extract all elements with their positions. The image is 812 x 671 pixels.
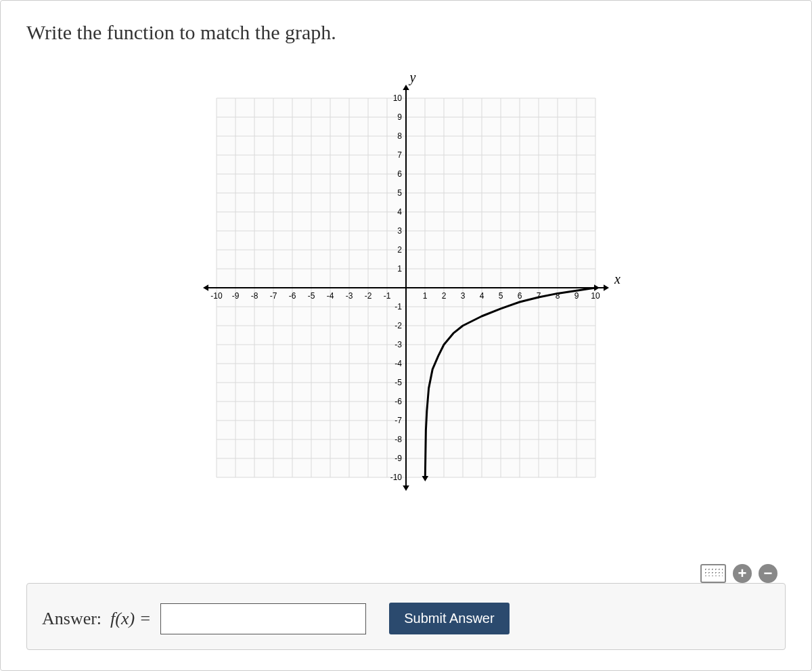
svg-text:-10: -10 <box>210 291 223 301</box>
svg-text:3: 3 <box>461 291 466 301</box>
submit-button[interactable]: Submit Answer <box>389 603 509 634</box>
svg-text:2: 2 <box>442 291 447 301</box>
answer-label: Answer: f(x) = <box>42 609 151 629</box>
svg-marker-92 <box>594 284 600 291</box>
svg-text:-1: -1 <box>384 291 391 301</box>
svg-marker-48 <box>403 485 409 491</box>
answer-bar: Answer: f(x) = Submit Answer <box>26 583 786 650</box>
svg-text:-9: -9 <box>394 454 402 463</box>
svg-text:9: 9 <box>574 291 579 301</box>
toolbar-icons: + − <box>700 564 777 583</box>
svg-text:-7: -7 <box>270 291 277 301</box>
svg-text:9: 9 <box>397 112 402 122</box>
problem-container: Write the function to match the graph. -… <box>0 0 812 671</box>
svg-marker-46 <box>203 284 208 291</box>
svg-text:y: y <box>409 71 416 85</box>
problem-title: Write the function to match the graph. <box>1 1 811 51</box>
svg-text:4: 4 <box>397 207 402 217</box>
zoom-out-icon[interactable]: − <box>759 564 777 583</box>
svg-text:6: 6 <box>518 291 522 301</box>
svg-text:1: 1 <box>397 264 402 274</box>
svg-marker-91 <box>422 476 428 481</box>
svg-text:2: 2 <box>397 245 402 255</box>
svg-text:7: 7 <box>397 150 402 160</box>
zoom-in-icon[interactable]: + <box>733 564 752 583</box>
keyboard-icon[interactable] <box>700 564 726 583</box>
svg-text:5: 5 <box>499 291 503 301</box>
svg-text:-6: -6 <box>289 291 296 301</box>
svg-text:-3: -3 <box>346 291 353 301</box>
svg-text:-9: -9 <box>232 291 240 301</box>
svg-text:-3: -3 <box>394 340 402 349</box>
svg-text:10: 10 <box>393 93 403 103</box>
svg-text:-2: -2 <box>365 291 372 301</box>
svg-text:1: 1 <box>423 291 428 301</box>
svg-text:-2: -2 <box>394 321 402 330</box>
svg-text:5: 5 <box>397 188 402 198</box>
svg-text:-5: -5 <box>394 378 402 387</box>
svg-text:x: x <box>614 272 621 286</box>
svg-text:-10: -10 <box>390 473 403 482</box>
svg-text:-6: -6 <box>394 397 402 406</box>
svg-text:3: 3 <box>397 226 402 236</box>
svg-marker-45 <box>604 284 609 291</box>
coordinate-graph: -10-9-8-7-6-5-4-3-2-112345678910-10-9-8-… <box>189 71 623 504</box>
svg-text:-8: -8 <box>251 291 258 301</box>
svg-text:-4: -4 <box>327 291 334 301</box>
svg-text:-7: -7 <box>394 416 402 425</box>
svg-text:-8: -8 <box>394 435 402 444</box>
svg-text:4: 4 <box>480 291 484 301</box>
svg-text:6: 6 <box>397 169 402 179</box>
svg-text:-5: -5 <box>308 291 315 301</box>
svg-text:-4: -4 <box>394 359 402 368</box>
svg-text:10: 10 <box>591 291 600 301</box>
svg-text:-1: -1 <box>394 302 402 311</box>
svg-marker-47 <box>403 85 409 90</box>
answer-input[interactable] <box>160 603 366 634</box>
svg-text:8: 8 <box>397 131 402 141</box>
